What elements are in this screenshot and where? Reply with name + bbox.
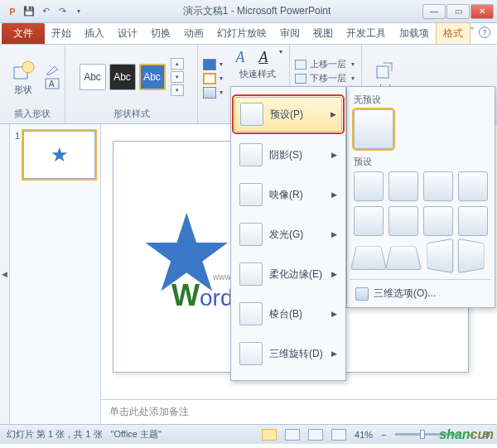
minimize-ribbon-icon[interactable]: ˇ [470,26,474,38]
file-tab[interactable]: 文件 [2,23,45,44]
status-bar: 幻灯片 第 1 张，共 1 张 "Office 主题" 41% − + ⊕ sh… [0,424,497,444]
maximize-button[interactable]: ▭ [446,4,470,19]
help-icon[interactable]: ? [479,26,490,38]
status-theme: "Office 主题" [111,428,162,441]
preset-swatch[interactable] [385,246,422,270]
preset-swatch[interactable] [354,171,384,201]
menu-item-reflection[interactable]: 映像(R) ▶ [234,178,342,211]
tab-transition[interactable]: 切换 [144,23,177,44]
3d-options-button[interactable]: 三维选项(O)... [354,283,488,304]
tab-review[interactable]: 审阅 [273,23,306,44]
chevron-right-icon: ▶ [331,110,336,118]
preset-none[interactable] [354,109,393,149]
shape-effects-button[interactable]: ▾ [203,87,224,99]
size-icon [375,61,395,81]
svg-marker-2 [46,66,58,75]
wordart-more-icon[interactable]: ▾ [277,48,284,66]
minimize-button[interactable]: — [422,4,446,19]
shape-fill-button[interactable]: ▾ [203,59,224,70]
preset-swatch[interactable] [354,206,384,236]
menu-item-shadow[interactable]: 阴影(S) ▶ [234,138,342,171]
qat-dropdown-icon[interactable]: ▾ [71,4,86,19]
tab-home[interactable]: 开始 [45,23,78,44]
style-preset-1[interactable]: Abc [80,64,106,90]
menu-item-glow[interactable]: 发光(G) ▶ [234,218,342,251]
preset-swatch[interactable] [350,246,388,270]
star-icon: ★ [51,143,69,166]
soft-edges-icon [239,263,263,286]
tab-view[interactable]: 视图 [306,23,340,44]
undo-icon[interactable]: ↶ [38,4,53,19]
edit-shape-icon[interactable] [45,65,60,76]
slide-thumbnails-panel: 1 ★ [10,124,101,424]
close-button[interactable]: ✕ [470,4,494,19]
shapes-button[interactable]: 形状 [5,59,41,96]
preset-swatch[interactable] [388,171,418,201]
tab-animation[interactable]: 动画 [177,23,210,44]
quick-styles-button[interactable]: 快速样式 [239,68,276,80]
group-label-styles: 形状样式 [113,106,150,122]
sorter-view-button[interactable] [285,429,300,441]
wordart-style-1[interactable]: A [231,48,249,66]
menu-item-3d-rotation[interactable]: 三维旋转(D) ▶ [234,337,342,370]
chevron-right-icon: ▶ [331,230,337,238]
reading-view-button[interactable] [308,429,323,441]
preset-swatch[interactable] [423,171,453,201]
zoom-out-icon[interactable]: − [381,430,386,440]
preset-swatch[interactable] [427,238,453,273]
shape-outline-button[interactable]: ▾ [203,73,224,84]
preset-swatch[interactable] [458,238,485,273]
bevel-icon [239,302,263,325]
preset-swatch[interactable] [423,206,453,236]
ribbon-tabs: 文件 开始 插入 设计 切换 动画 幻灯片放映 审阅 视图 开发工具 加载项 格… [0,23,497,45]
text-box-icon[interactable]: A [45,78,60,89]
menu-item-soft-edges[interactable]: 柔化边缘(E) ▶ [234,258,342,291]
tab-insert[interactable]: 插入 [78,23,111,44]
group-label-insert: 插入形状 [14,106,51,122]
menu-item-bevel[interactable]: 棱台(B) ▶ [234,297,342,330]
style-preset-2[interactable]: Abc [109,64,136,90]
watermark-brand: shancun [439,427,494,442]
options-icon [355,287,369,301]
window-title: 演示文稿1 - Microsoft PowerPoint [91,4,422,18]
window-controls: — ▭ ✕ [422,4,497,19]
style-gallery-scroll[interactable]: ▴▾▾ [171,58,184,96]
notes-pane[interactable]: 单击此处添加备注 [101,399,497,424]
slideshow-view-button[interactable] [331,429,346,441]
title-bar: P 💾 ↶ ↷ ▾ 演示文稿1 - Microsoft PowerPoint —… [0,0,497,23]
slide-thumbnail-1[interactable]: ★ [23,131,95,179]
preset-flyout: 无预设 预设 三维选项(O)... [346,86,495,308]
tab-developer[interactable]: 开发工具 [340,23,393,44]
normal-view-button[interactable] [262,429,277,441]
save-icon[interactable]: 💾 [22,4,36,19]
shape-effects-menu: 预设(P) ▶ 阴影(S) ▶ 映像(R) ▶ 发光(G) ▶ 柔化边缘(E) … [230,86,346,381]
svg-text:A: A [49,79,55,89]
menu-item-preset[interactable]: 预设(P) ▶ [234,97,342,132]
thumbnail-number: 1 [15,131,20,179]
chevron-right-icon: ▶ [331,310,337,318]
preset-swatch[interactable] [388,206,418,236]
flyout-heading-presets: 预设 [354,154,488,171]
ribbon-group-shape-styles: Abc Abc Abc ▴▾▾ 形状样式 [65,45,198,123]
send-backward-button[interactable]: 下移一层▾ [295,72,356,84]
tab-design[interactable]: 设计 [111,23,144,44]
flyout-heading-no-preset: 无预设 [354,92,488,109]
chevron-right-icon: ▶ [331,151,337,159]
wordart-style-2[interactable]: A [254,48,273,66]
ppt-icon[interactable]: P [5,4,20,19]
tab-slideshow[interactable]: 幻灯片放映 [210,23,273,44]
rotate-3d-icon [239,342,263,365]
preset-swatch[interactable] [458,206,488,236]
tab-format[interactable]: 格式 [436,22,470,44]
preset-grid [354,171,488,276]
quick-styles-label: 快速样式 [239,68,276,80]
redo-icon[interactable]: ↷ [55,4,70,19]
tab-addins[interactable]: 加载项 [393,23,436,44]
bring-forward-button[interactable]: 上移一层▾ [295,58,356,70]
chevron-right-icon: ▶ [331,270,337,278]
panel-collapse-handle[interactable]: ◀ [0,124,10,424]
preset-swatch[interactable] [458,171,488,201]
zoom-percent[interactable]: 41% [355,430,373,440]
style-preset-3-selected[interactable]: Abc [139,64,166,90]
shadow-icon [239,143,263,166]
